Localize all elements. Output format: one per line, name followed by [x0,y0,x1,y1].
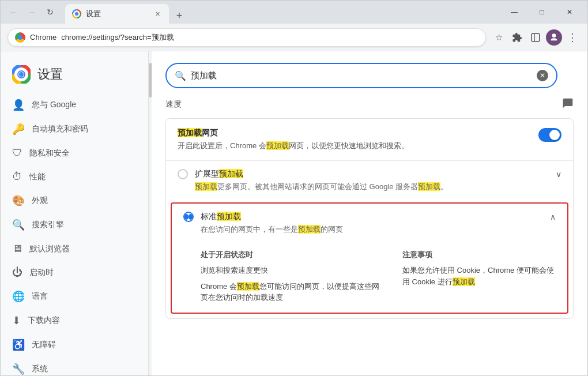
extensions-icon[interactable] [509,29,525,46]
sidebar-item-google[interactable]: 👤 您与 Google [1,93,144,117]
prefetch-desc: 开启此设置后，Chrome 会预加载网页，以便您更快速地浏览和搜索。 [178,141,409,151]
address-bar[interactable]: Chrome chrome://settings/?search=预加载 [7,28,486,47]
standard-radio[interactable] [183,212,194,222]
bookmark-icon[interactable]: ☆ [491,29,507,46]
sidebar-item-autofill[interactable]: 🔑 自动填充和密码 [1,117,144,141]
extended-option-header: 扩展型预加载 ∨ [178,169,561,179]
titlebar: ← → ↻ 设置 ✕ + [1,1,587,24]
svg-point-7 [19,72,24,77]
sidebar-item-privacy[interactable]: 🛡 隐私和安全 [1,141,144,165]
sidebar: 设置 👤 您与 Google 🔑 自动填充和密码 🛡 隐私和安全 ⏱ 性能 🎨 … [1,51,148,375]
toolbar-actions: ☆ ⋮ [491,29,581,46]
power-icon: ⏻ [12,266,22,279]
col2-item1: 如果您允许使用 Cookie，Chrome 便可能会使用 Cookie 进行预加… [402,265,556,287]
standard-desc: 在您访问的网页中，有一些是预加载的网页 [183,224,556,235]
sidebar-item-startup[interactable]: ⏻ 启动时 [1,261,144,284]
section-header: 速度 [165,97,574,111]
sidebar-label-performance: 性能 [29,172,46,182]
sidebar-icon[interactable] [527,29,544,46]
search-value: 预加载 [191,70,532,81]
chrome-logo-icon [12,65,31,84]
new-tab-button[interactable]: + [171,7,187,24]
forward-button[interactable]: → [24,4,40,20]
extended-desc: 预加载更多网页。被其他网站请求的网页可能会通过 Google 服务器预加载。 [178,182,561,192]
content-area: 设置 👤 您与 Google 🔑 自动填充和密码 🛡 隐私和安全 ⏱ 性能 🎨 … [1,51,587,375]
active-tab[interactable]: 设置 ✕ [65,4,169,24]
palette-icon: 🎨 [12,194,25,207]
sidebar-label-search: 搜索引擎 [32,220,64,230]
extended-label: 扩展型预加载 [195,169,243,179]
close-button[interactable]: ✕ [556,3,583,21]
search-icon: 🔍 [175,70,186,81]
refresh-button[interactable]: ↻ [42,4,58,20]
col2-title: 注意事项 [402,250,556,260]
feedback-icon [562,97,574,111]
search-icon: 🔍 [12,219,25,231]
key-icon: 🔑 [12,123,25,136]
minimize-button[interactable]: — [501,3,527,21]
extended-expand-icon[interactable]: ∨ [556,170,561,179]
download-icon: ⬇ [12,314,21,327]
sidebar-label-system: 系统 [32,364,48,374]
col1-item2: Chrome 会预加载您可能访问的网页，以便提高这些网页在您访问时的加载速度 [201,281,379,303]
sidebar-label-startup: 启动时 [29,268,54,278]
shield-icon: 🛡 [12,147,22,159]
sidebar-item-performance[interactable]: ⏱ 性能 [1,165,144,189]
prefetch-title: 预加载网页 [178,128,409,138]
chrome-icon [15,32,25,43]
section-title: 速度 [165,99,182,110]
sidebar-label-language: 语言 [32,291,48,302]
sidebar-item-browser[interactable]: 🖥 默认浏览器 [1,237,144,261]
nav-controls: ← → ↻ [5,4,61,20]
standard-option-header: 标准预加载 ∧ [183,212,556,222]
search-box: 🔍 预加载 ✕ [165,63,557,88]
sidebar-label-accessibility: 无障碍 [32,340,56,350]
prefetch-main-text: 预加载网页 开启此设置后，Chrome 会预加载网页，以便您更快速地浏览和搜索。 [178,128,409,151]
person-icon: 👤 [12,99,25,111]
col1-title: 处于开启状态时 [201,250,379,260]
address-text: chrome://settings/?search=预加载 [61,32,174,43]
sidebar-label-privacy: 隐私和安全 [29,148,70,159]
sidebar-label-appearance: 外观 [32,195,48,206]
standard-prefetch-option[interactable]: 标准预加载 ∧ 在您访问的网页中，有一些是预加载的网页 [172,204,567,243]
svg-rect-2 [532,33,540,42]
search-clear-button[interactable]: ✕ [537,70,548,81]
sidebar-label-downloads: 下载内容 [28,315,60,326]
profile-button[interactable] [546,29,562,46]
sidebar-item-downloads[interactable]: ⬇ 下载内容 [1,309,144,333]
sidebar-item-accessibility[interactable]: ♿ 无障碍 [1,333,144,357]
sidebar-item-language[interactable]: 🌐 语言 [1,284,144,309]
browser-window: ← → ↻ 设置 ✕ + [0,0,588,376]
sidebar-label-google: 您与 Google [32,100,76,110]
prefetch-title-rest: 网页 [202,128,218,137]
svg-point-1 [75,12,78,16]
sidebar-item-appearance[interactable]: 🎨 外观 [1,189,144,213]
menu-button[interactable]: ⋮ [564,29,581,46]
globe-icon: 🌐 [12,290,25,303]
main-content: 🔍 预加载 ✕ 速度 [152,51,587,375]
search-container: 🔍 预加载 ✕ [152,51,587,97]
standard-expanded-content: 处于开启状态时 浏览和搜索速度更快 Chrome 会预加载您可能访问的网页，以便… [172,243,567,313]
sidebar-item-system[interactable]: 🔧 系统 [1,357,144,375]
prefetch-card: 预加载网页 开启此设置后，Chrome 会预加载网页，以便您更快速地浏览和搜索。 [165,118,574,319]
prefetch-toggle[interactable] [538,128,561,142]
chrome-label: Chrome [30,33,56,42]
extended-prefetch-option[interactable]: 扩展型预加载 ∨ 预加载更多网页。被其他网站请求的网页可能会通过 Google … [166,160,573,200]
standard-expand-icon[interactable]: ∧ [550,212,556,221]
standard-prefetch-option-wrapper: 标准预加载 ∧ 在您访问的网页中，有一些是预加载的网页 处于开启状态时 [171,202,568,314]
extended-radio[interactable] [178,169,188,179]
sidebar-label-autofill: 自动填充和密码 [32,124,88,134]
back-button[interactable]: ← [5,4,21,20]
tab-label: 设置 [86,9,101,19]
maximize-button[interactable]: □ [529,3,555,21]
browser-icon: 🖥 [12,243,22,255]
tab-close-button[interactable]: ✕ [153,9,162,18]
wrench-icon: 🔧 [12,363,25,375]
expand-col-notes: 注意事项 如果您允许使用 Cookie，Chrome 便可能会使用 Cookie… [402,250,556,303]
sidebar-item-search[interactable]: 🔍 搜索引擎 [1,213,144,237]
standard-label: 标准预加载 [201,212,241,222]
performance-icon: ⏱ [12,171,22,183]
col1-item1: 浏览和搜索速度更快 [201,265,379,276]
expand-col-when: 处于开启状态时 浏览和搜索速度更快 Chrome 会预加载您可能访问的网页，以便… [201,250,379,303]
browser-toolbar: Chrome chrome://settings/?search=预加载 ☆ ⋮ [1,24,587,51]
